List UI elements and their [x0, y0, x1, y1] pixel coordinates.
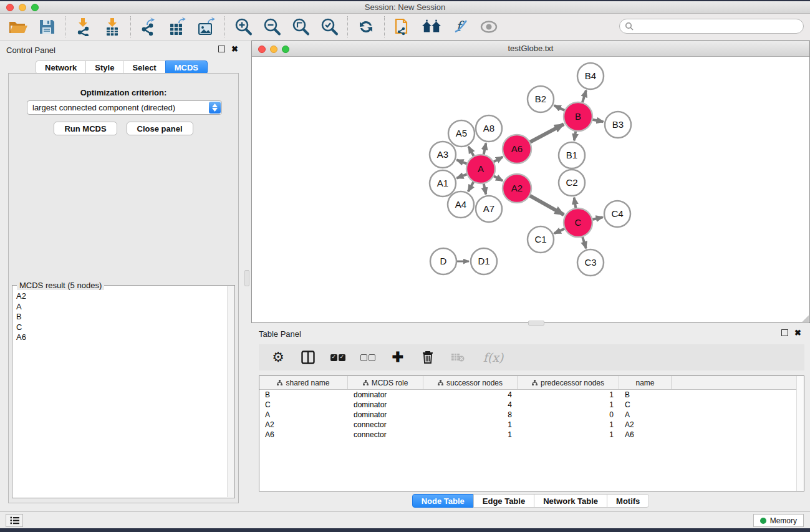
- mcds-tab-content: Optimization criterion: largest connecte…: [8, 73, 239, 503]
- zoom-out-icon[interactable]: [262, 17, 282, 37]
- import-network-icon[interactable]: [74, 17, 94, 37]
- close-panel-icon[interactable]: ✖: [231, 46, 238, 52]
- open-folder-icon[interactable]: [8, 17, 28, 37]
- control-panel: Control Panel ✖ Network Style Select MCD…: [0, 41, 243, 513]
- tab-motifs[interactable]: Motifs: [607, 494, 649, 508]
- tab-select[interactable]: Select: [123, 60, 165, 74]
- table-scrollbar[interactable]: [796, 376, 804, 491]
- mcds-result-item[interactable]: A6: [16, 332, 226, 343]
- table-tabs: Node Table Edge Table Network Table Moti…: [251, 494, 810, 508]
- close-table-panel-icon[interactable]: ✖: [794, 329, 801, 336]
- mcds-result-item[interactable]: A: [16, 302, 226, 312]
- function-builder-icon-disabled: f(x): [480, 349, 507, 365]
- panel-splitter[interactable]: [243, 41, 251, 513]
- graph-node-A6[interactable]: A6: [503, 135, 531, 163]
- select-all-columns-icon[interactable]: [330, 349, 346, 365]
- graph-node-D1[interactable]: D1: [471, 248, 497, 274]
- graph-node-C3[interactable]: C3: [577, 249, 604, 276]
- tab-edge-table[interactable]: Edge Table: [473, 494, 534, 508]
- table-row[interactable]: Bdominator41B: [259, 390, 804, 400]
- column-header-predecessor-nodes[interactable]: predecessor nodes: [518, 376, 619, 389]
- graph-node-A7[interactable]: A7: [476, 196, 502, 222]
- graph-node-label: C2: [566, 177, 577, 188]
- tab-network[interactable]: Network: [36, 60, 86, 74]
- table-row[interactable]: A6connector11A6: [259, 430, 804, 440]
- task-history-button[interactable]: [6, 514, 23, 527]
- graph-node-A8[interactable]: A8: [476, 115, 502, 142]
- clone-network-document-icon[interactable]: [393, 17, 413, 37]
- column-type-icon: [438, 380, 443, 385]
- window-resize-grip[interactable]: [803, 316, 809, 322]
- graph-node-A5[interactable]: A5: [448, 120, 475, 147]
- show-column-panel-icon[interactable]: [300, 349, 316, 365]
- graph-node-B2[interactable]: B2: [528, 86, 554, 112]
- application-window: Session: New Session: [0, 1, 810, 528]
- table-cell: connector: [348, 430, 423, 440]
- table-panel: Table Panel ✖ ⚙ ✚: [251, 326, 810, 513]
- network-view-window: testGlobe.txt B4B2BB3A8A5A6B1A3AC2A1A2A4…: [251, 41, 810, 323]
- home-pages-icon[interactable]: [422, 17, 441, 37]
- show-hide-eye-icon[interactable]: [479, 17, 499, 37]
- column-settings-gear-icon[interactable]: ⚙: [270, 349, 286, 365]
- result-list-scrollbar[interactable]: [227, 286, 234, 497]
- zoom-selected-icon[interactable]: [319, 17, 339, 37]
- save-session-icon[interactable]: [37, 17, 57, 37]
- float-table-panel-icon[interactable]: [781, 329, 788, 336]
- run-mcds-button[interactable]: Run MCDS: [54, 122, 117, 135]
- delete-table-icon-disabled: [450, 349, 466, 365]
- table-row[interactable]: Adominator80A: [259, 410, 804, 420]
- graph-node-label: A6: [511, 143, 523, 154]
- tab-mcds[interactable]: MCDS: [165, 60, 208, 74]
- delete-column-trash-icon[interactable]: [420, 349, 436, 365]
- graph-node-B4[interactable]: B4: [577, 63, 604, 89]
- mcds-result-item[interactable]: C: [16, 322, 226, 333]
- export-table-icon[interactable]: [168, 17, 188, 37]
- horizontal-splitter-grip[interactable]: [528, 321, 544, 326]
- network-canvas[interactable]: B4B2BB3A8A5A6B1A3AC2A1A2A4A7C4CC1DD1C3: [252, 57, 809, 322]
- close-panel-button[interactable]: Close panel: [127, 122, 193, 135]
- column-header-successor-nodes[interactable]: successor nodes: [423, 376, 518, 389]
- graph-node-B1[interactable]: B1: [559, 142, 585, 168]
- zoom-fit-icon[interactable]: [291, 17, 311, 37]
- graph-node-C2[interactable]: C2: [559, 170, 585, 196]
- graph-node-B[interactable]: B: [564, 102, 592, 131]
- graph-node-A[interactable]: A: [466, 155, 495, 183]
- table-row[interactable]: Cdominator41C: [259, 400, 804, 410]
- table-toolbar: ⚙ ✚ f(x): [259, 344, 804, 370]
- zoom-in-icon[interactable]: [233, 17, 253, 37]
- network-window-titlebar[interactable]: testGlobe.txt: [252, 41, 809, 57]
- graph-node-D[interactable]: D: [430, 248, 456, 274]
- table-row[interactable]: A2connector11A2: [259, 420, 804, 430]
- criterion-dropdown[interactable]: largest connected component (directed): [27, 100, 222, 115]
- mcds-result-item[interactable]: A2: [16, 291, 226, 302]
- column-header-shared-name[interactable]: shared name: [259, 376, 348, 389]
- graph-node-A3[interactable]: A3: [430, 142, 456, 168]
- splitter-grip[interactable]: [244, 270, 249, 286]
- search-input[interactable]: [619, 19, 804, 34]
- graph-node-A1[interactable]: A1: [430, 170, 456, 196]
- graph-node-A4[interactable]: A4: [448, 191, 474, 218]
- column-header-name[interactable]: name: [619, 376, 672, 389]
- criterion-selected-value: largest connected component (directed): [27, 103, 209, 112]
- memory-button[interactable]: Memory: [753, 514, 804, 527]
- float-panel-icon[interactable]: [218, 46, 225, 52]
- tab-network-table[interactable]: Network Table: [534, 494, 607, 508]
- import-table-icon[interactable]: [102, 17, 122, 37]
- mcds-result-item[interactable]: B: [16, 312, 226, 322]
- export-image-icon[interactable]: [196, 17, 216, 37]
- graph-node-B3[interactable]: B3: [605, 112, 631, 138]
- tab-node-table[interactable]: Node Table: [412, 494, 474, 508]
- add-column-icon[interactable]: ✚: [390, 349, 406, 365]
- toggle-function-icon[interactable]: f: [450, 17, 470, 37]
- graph-node-C4[interactable]: C4: [604, 201, 630, 227]
- export-network-icon[interactable]: [139, 17, 159, 37]
- graph-node-C[interactable]: C: [564, 208, 592, 237]
- table-cell: 1: [518, 390, 619, 400]
- column-header-MCDS-role[interactable]: MCDS role: [348, 376, 423, 389]
- graph-node-C1[interactable]: C1: [528, 226, 554, 253]
- mcds-result-list[interactable]: A2ABCA6: [12, 288, 226, 498]
- tab-style[interactable]: Style: [85, 60, 123, 74]
- unselect-all-columns-icon[interactable]: [360, 349, 376, 365]
- graph-node-A2[interactable]: A2: [503, 174, 531, 203]
- refresh-layout-icon[interactable]: [356, 17, 376, 37]
